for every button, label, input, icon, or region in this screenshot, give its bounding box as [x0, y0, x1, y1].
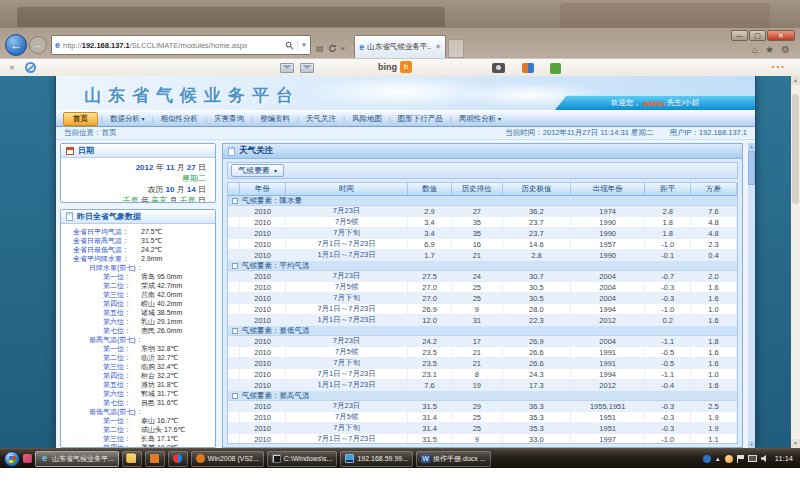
- calendar-line: 农历 10 月 14 日: [65, 184, 206, 195]
- table-cell: 27.0: [408, 293, 452, 303]
- maximize-button[interactable]: ▢: [749, 30, 766, 41]
- taskbar-window-button[interactable]: 192.168.59.99...: [340, 451, 413, 467]
- mail-icon[interactable]: [280, 63, 294, 73]
- weather-value: 24.2℃: [141, 245, 163, 254]
- data-table: 年份时间数值历史排位历史极值出现年份距平方差气候要素：降水量20107月23日2…: [227, 182, 738, 444]
- nav-item-8[interactable]: 图形下行产品: [392, 114, 449, 124]
- browser-scrollbar[interactable]: ▲ ▼: [791, 76, 800, 448]
- mail-icon[interactable]: [300, 63, 314, 73]
- scroll-up-icon[interactable]: ▲: [748, 143, 755, 150]
- calendar-text: 月: [170, 196, 178, 203]
- new-tab-button[interactable]: [448, 39, 464, 58]
- weather-label: 第七位：: [103, 398, 139, 407]
- nav-item-3[interactable]: 相似性分析: [155, 114, 205, 124]
- table-cell: 35.3: [503, 423, 571, 433]
- weather-line: 第二位：成山头 17.6℃: [61, 425, 215, 434]
- scroll-down-icon[interactable]: ▼: [791, 439, 800, 448]
- panel-body: 气候要素 ▾ 年份时间数值历史排位历史极值出现年份距平方差气候要素：降水量201…: [223, 159, 742, 447]
- search-icon[interactable]: [285, 41, 294, 50]
- show-hidden-icons[interactable]: ▲: [715, 456, 721, 462]
- blocked-indicator-icon: [25, 62, 36, 73]
- table-cell: 27.5: [408, 271, 452, 281]
- close-button[interactable]: ✕: [767, 30, 795, 41]
- browser-tab[interactable]: e 山东省气候业务平... ✕: [354, 35, 446, 58]
- tab-close-icon[interactable]: ✕: [435, 43, 441, 51]
- plugin-icon[interactable]: [550, 63, 561, 74]
- nav-item-7[interactable]: 风险地图: [346, 114, 388, 124]
- row-spacer-cell: [228, 206, 240, 216]
- tray-app-icon[interactable]: [725, 455, 733, 463]
- weather-value: 崂山 40.2mm: [141, 299, 182, 308]
- tray-app-icon[interactable]: [703, 455, 711, 463]
- volume-icon[interactable]: [761, 455, 769, 463]
- address-dropdown-icon[interactable]: ▼: [301, 42, 307, 48]
- desktop-background: [0, 0, 800, 28]
- bing-search-logo[interactable]: bing b: [378, 61, 412, 73]
- table-cell: 7.6: [408, 380, 452, 390]
- group-checkbox[interactable]: [232, 263, 238, 269]
- chevron-down-icon: ▾: [496, 116, 501, 122]
- back-button[interactable]: ←: [5, 34, 27, 56]
- weather-value: 荣成 42.7mm: [141, 281, 182, 290]
- section-label: 最高气温(前七)：: [89, 335, 143, 344]
- taskbar-icon-button[interactable]: [145, 451, 165, 467]
- nav-item-5[interactable]: 整编资料: [254, 114, 296, 124]
- calendar-text: 月: [177, 185, 185, 194]
- scroll-down-icon[interactable]: ▼: [748, 441, 755, 448]
- table-cell: 1990: [571, 228, 645, 238]
- settings-gear-icon[interactable]: ⚙: [781, 45, 790, 55]
- network-icon[interactable]: [748, 455, 757, 462]
- table-cell: 2010: [240, 401, 286, 411]
- table-cell: 7月5候: [286, 217, 408, 227]
- weather-line: 第三位：临朐 32.4℃: [61, 362, 215, 371]
- taskbar-window-button[interactable]: Win2008 (VS2...: [191, 451, 264, 467]
- nav-item-9[interactable]: 周期性分析 ▾: [453, 114, 507, 124]
- weather-value: 东明 32.8℃: [141, 344, 178, 353]
- nav-separator: |: [297, 114, 299, 123]
- toolbar-close-icon[interactable]: ✕: [9, 64, 15, 72]
- refresh-icon[interactable]: [328, 44, 337, 53]
- more-options-icon[interactable]: •••: [772, 62, 786, 71]
- scrollbar-thumb[interactable]: [748, 151, 755, 185]
- welcome-prefix: 欢迎您，: [611, 98, 641, 108]
- climate-element-button[interactable]: 气候要素 ▾: [231, 164, 284, 177]
- row-spacer-cell: [228, 239, 240, 249]
- column-header: 历史极值: [503, 183, 571, 195]
- taskbar-window-button[interactable]: C:\Windows\s...: [267, 451, 338, 467]
- nav-item-6[interactable]: 天气关注: [300, 114, 342, 124]
- nav-item-1[interactable]: 首页: [63, 112, 98, 126]
- nav-item-4[interactable]: 灾害查询: [208, 114, 250, 124]
- camera-icon[interactable]: [492, 63, 505, 73]
- nav-item-2[interactable]: 数据分析 ▾: [104, 114, 151, 124]
- column-header: 历史排位: [452, 183, 503, 195]
- page-scrollbar[interactable]: ▲ ▼: [748, 143, 755, 448]
- stop-icon[interactable]: ×: [341, 44, 346, 53]
- table-cell: 36.2: [503, 206, 571, 216]
- taskbar-icon-button[interactable]: [168, 451, 188, 467]
- pinned-app-icon[interactable]: [23, 454, 32, 463]
- group-checkbox[interactable]: [232, 198, 238, 204]
- address-bar[interactable]: e http://192.168.137.1/SLCCLIMATE/module…: [51, 35, 311, 55]
- scrollbar-thumb[interactable]: [792, 94, 799, 204]
- calendar-text: 14: [187, 185, 196, 194]
- compatibility-icon[interactable]: ▤: [316, 44, 324, 53]
- nav-item-label: 相似性分析: [161, 114, 199, 123]
- group-checkbox[interactable]: [232, 393, 238, 399]
- section-label: 最低气温(前七)：: [89, 407, 143, 416]
- group-checkbox[interactable]: [232, 328, 238, 334]
- taskbar-window-button[interactable]: e山东省气候业务平...: [35, 451, 119, 467]
- clock[interactable]: 11:14: [775, 454, 793, 463]
- nav-separator: |: [343, 114, 345, 123]
- section-label: 日降水量(前七)：: [89, 263, 143, 272]
- scroll-up-icon[interactable]: ▲: [791, 76, 800, 85]
- weather-label: 第五位：: [103, 380, 139, 389]
- forward-button[interactable]: →: [29, 36, 47, 54]
- start-button[interactable]: [4, 451, 20, 467]
- minimize-button[interactable]: —: [731, 30, 748, 41]
- taskbar-icon-button[interactable]: [122, 451, 142, 467]
- favorites-star-icon[interactable]: ★: [765, 45, 774, 55]
- home-icon[interactable]: ⌂: [752, 45, 758, 55]
- addon-icon[interactable]: [522, 63, 534, 73]
- taskbar-window-button[interactable]: W操作手册.docx ...: [416, 451, 491, 467]
- action-center-flag-icon[interactable]: [737, 455, 744, 463]
